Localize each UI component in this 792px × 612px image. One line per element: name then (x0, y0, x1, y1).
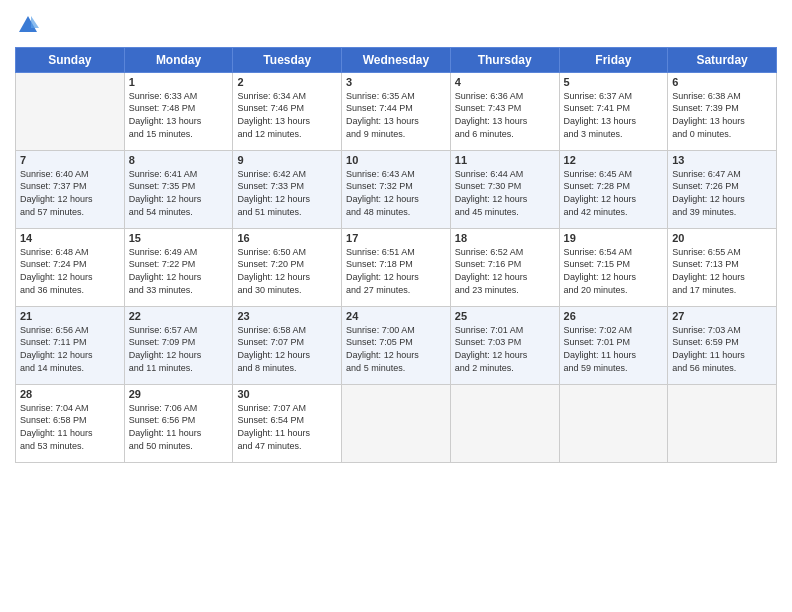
calendar-cell: 19Sunrise: 6:54 AMSunset: 7:15 PMDayligh… (559, 228, 668, 306)
col-sunday: Sunday (16, 47, 125, 72)
day-number: 8 (129, 154, 229, 166)
calendar-cell: 1Sunrise: 6:33 AMSunset: 7:48 PMDaylight… (124, 72, 233, 150)
day-number: 1 (129, 76, 229, 88)
calendar-cell: 30Sunrise: 7:07 AMSunset: 6:54 PMDayligh… (233, 384, 342, 462)
day-info: Sunrise: 6:42 AMSunset: 7:33 PMDaylight:… (237, 168, 337, 218)
day-number: 14 (20, 232, 120, 244)
day-number: 18 (455, 232, 555, 244)
calendar-cell (559, 384, 668, 462)
calendar-cell: 17Sunrise: 6:51 AMSunset: 7:18 PMDayligh… (342, 228, 451, 306)
day-number: 20 (672, 232, 772, 244)
calendar-cell: 26Sunrise: 7:02 AMSunset: 7:01 PMDayligh… (559, 306, 668, 384)
day-info: Sunrise: 7:03 AMSunset: 6:59 PMDaylight:… (672, 324, 772, 374)
day-info: Sunrise: 7:07 AMSunset: 6:54 PMDaylight:… (237, 402, 337, 452)
day-info: Sunrise: 6:40 AMSunset: 7:37 PMDaylight:… (20, 168, 120, 218)
day-number: 12 (564, 154, 664, 166)
calendar-cell: 20Sunrise: 6:55 AMSunset: 7:13 PMDayligh… (668, 228, 777, 306)
calendar-cell: 3Sunrise: 6:35 AMSunset: 7:44 PMDaylight… (342, 72, 451, 150)
calendar-cell: 29Sunrise: 7:06 AMSunset: 6:56 PMDayligh… (124, 384, 233, 462)
day-info: Sunrise: 6:47 AMSunset: 7:26 PMDaylight:… (672, 168, 772, 218)
day-info: Sunrise: 6:38 AMSunset: 7:39 PMDaylight:… (672, 90, 772, 140)
week-row-2: 7Sunrise: 6:40 AMSunset: 7:37 PMDaylight… (16, 150, 777, 228)
col-wednesday: Wednesday (342, 47, 451, 72)
week-row-4: 21Sunrise: 6:56 AMSunset: 7:11 PMDayligh… (16, 306, 777, 384)
day-info: Sunrise: 6:50 AMSunset: 7:20 PMDaylight:… (237, 246, 337, 296)
week-row-5: 28Sunrise: 7:04 AMSunset: 6:58 PMDayligh… (16, 384, 777, 462)
day-info: Sunrise: 7:04 AMSunset: 6:58 PMDaylight:… (20, 402, 120, 452)
day-number: 13 (672, 154, 772, 166)
day-number: 26 (564, 310, 664, 322)
day-number: 25 (455, 310, 555, 322)
calendar-cell (342, 384, 451, 462)
day-number: 30 (237, 388, 337, 400)
day-info: Sunrise: 7:02 AMSunset: 7:01 PMDaylight:… (564, 324, 664, 374)
day-number: 10 (346, 154, 446, 166)
calendar-cell: 5Sunrise: 6:37 AMSunset: 7:41 PMDaylight… (559, 72, 668, 150)
col-thursday: Thursday (450, 47, 559, 72)
calendar-cell: 22Sunrise: 6:57 AMSunset: 7:09 PMDayligh… (124, 306, 233, 384)
col-monday: Monday (124, 47, 233, 72)
day-number: 19 (564, 232, 664, 244)
day-number: 11 (455, 154, 555, 166)
calendar-cell: 11Sunrise: 6:44 AMSunset: 7:30 PMDayligh… (450, 150, 559, 228)
day-info: Sunrise: 6:44 AMSunset: 7:30 PMDaylight:… (455, 168, 555, 218)
day-info: Sunrise: 7:06 AMSunset: 6:56 PMDaylight:… (129, 402, 229, 452)
day-info: Sunrise: 6:58 AMSunset: 7:07 PMDaylight:… (237, 324, 337, 374)
day-info: Sunrise: 6:49 AMSunset: 7:22 PMDaylight:… (129, 246, 229, 296)
day-number: 24 (346, 310, 446, 322)
day-info: Sunrise: 6:43 AMSunset: 7:32 PMDaylight:… (346, 168, 446, 218)
calendar-cell: 2Sunrise: 6:34 AMSunset: 7:46 PMDaylight… (233, 72, 342, 150)
day-info: Sunrise: 6:52 AMSunset: 7:16 PMDaylight:… (455, 246, 555, 296)
day-info: Sunrise: 6:57 AMSunset: 7:09 PMDaylight:… (129, 324, 229, 374)
day-number: 16 (237, 232, 337, 244)
calendar-cell (16, 72, 125, 150)
day-number: 15 (129, 232, 229, 244)
day-info: Sunrise: 6:33 AMSunset: 7:48 PMDaylight:… (129, 90, 229, 140)
day-number: 6 (672, 76, 772, 88)
day-number: 3 (346, 76, 446, 88)
day-number: 4 (455, 76, 555, 88)
day-info: Sunrise: 7:01 AMSunset: 7:03 PMDaylight:… (455, 324, 555, 374)
day-number: 2 (237, 76, 337, 88)
day-info: Sunrise: 6:55 AMSunset: 7:13 PMDaylight:… (672, 246, 772, 296)
day-info: Sunrise: 6:45 AMSunset: 7:28 PMDaylight:… (564, 168, 664, 218)
day-number: 23 (237, 310, 337, 322)
calendar-cell: 12Sunrise: 6:45 AMSunset: 7:28 PMDayligh… (559, 150, 668, 228)
calendar-cell: 8Sunrise: 6:41 AMSunset: 7:35 PMDaylight… (124, 150, 233, 228)
calendar-cell: 23Sunrise: 6:58 AMSunset: 7:07 PMDayligh… (233, 306, 342, 384)
logo (15, 14, 39, 41)
calendar-cell: 28Sunrise: 7:04 AMSunset: 6:58 PMDayligh… (16, 384, 125, 462)
day-number: 22 (129, 310, 229, 322)
calendar-cell: 9Sunrise: 6:42 AMSunset: 7:33 PMDaylight… (233, 150, 342, 228)
day-info: Sunrise: 7:00 AMSunset: 7:05 PMDaylight:… (346, 324, 446, 374)
day-number: 28 (20, 388, 120, 400)
day-number: 17 (346, 232, 446, 244)
header (15, 10, 777, 41)
logo-icon (17, 14, 39, 36)
calendar-cell: 7Sunrise: 6:40 AMSunset: 7:37 PMDaylight… (16, 150, 125, 228)
day-number: 7 (20, 154, 120, 166)
calendar-cell (450, 384, 559, 462)
week-row-1: 1Sunrise: 6:33 AMSunset: 7:48 PMDaylight… (16, 72, 777, 150)
week-row-3: 14Sunrise: 6:48 AMSunset: 7:24 PMDayligh… (16, 228, 777, 306)
calendar-cell: 15Sunrise: 6:49 AMSunset: 7:22 PMDayligh… (124, 228, 233, 306)
day-number: 9 (237, 154, 337, 166)
calendar-cell (668, 384, 777, 462)
calendar-cell: 16Sunrise: 6:50 AMSunset: 7:20 PMDayligh… (233, 228, 342, 306)
calendar-cell: 27Sunrise: 7:03 AMSunset: 6:59 PMDayligh… (668, 306, 777, 384)
calendar-cell: 4Sunrise: 6:36 AMSunset: 7:43 PMDaylight… (450, 72, 559, 150)
day-number: 27 (672, 310, 772, 322)
day-number: 29 (129, 388, 229, 400)
col-saturday: Saturday (668, 47, 777, 72)
calendar-cell: 25Sunrise: 7:01 AMSunset: 7:03 PMDayligh… (450, 306, 559, 384)
day-info: Sunrise: 6:41 AMSunset: 7:35 PMDaylight:… (129, 168, 229, 218)
header-row: Sunday Monday Tuesday Wednesday Thursday… (16, 47, 777, 72)
col-tuesday: Tuesday (233, 47, 342, 72)
calendar-cell: 21Sunrise: 6:56 AMSunset: 7:11 PMDayligh… (16, 306, 125, 384)
calendar-cell: 24Sunrise: 7:00 AMSunset: 7:05 PMDayligh… (342, 306, 451, 384)
calendar-cell: 6Sunrise: 6:38 AMSunset: 7:39 PMDaylight… (668, 72, 777, 150)
day-number: 5 (564, 76, 664, 88)
col-friday: Friday (559, 47, 668, 72)
day-info: Sunrise: 6:36 AMSunset: 7:43 PMDaylight:… (455, 90, 555, 140)
calendar-cell: 13Sunrise: 6:47 AMSunset: 7:26 PMDayligh… (668, 150, 777, 228)
